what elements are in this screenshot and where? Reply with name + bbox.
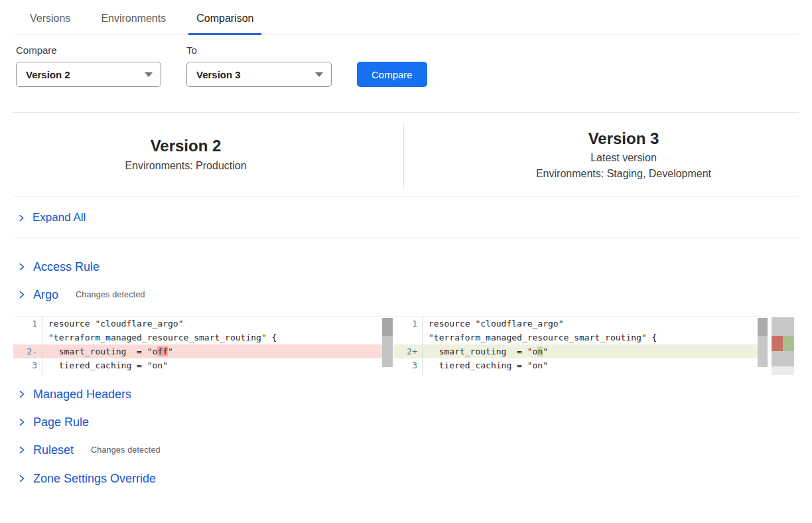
code-text: "terraform_managed_resource_smart_routin… [42,331,277,344]
expand-all-button[interactable]: Expand All [13,196,799,238]
line-number [393,331,423,344]
line-number: 3 [13,358,42,372]
compare-version-select[interactable]: Version 2 [16,62,161,87]
section-label: Managed Headers [33,388,131,402]
line-number [13,331,42,344]
left-version-environments: Environments: Production [125,160,246,172]
code-text: "terraform_managed_resource_smart_routin… [423,331,657,344]
section-argo[interactable]: Argo Changes detected [13,286,799,303]
comparison-page: Versions Environments Comparison Compare… [0,0,812,514]
left-version-header: Version 2 Environments: Production [13,113,358,196]
scrollbar-thumb[interactable] [382,318,393,336]
section-label: Ruleset [33,443,74,457]
line-number: 1 [13,317,42,331]
line-number: 2- [13,344,42,358]
chevron-right-icon [17,262,27,271]
chevron-down-icon [315,72,323,77]
code-pre: smart_routing = "o [429,346,537,356]
right-version-environments: Environments: Staging, Development [536,168,711,180]
to-label: To [186,44,332,56]
code-text: tiered_caching = "on" [423,358,548,372]
code-text: resource "cloudflare_argo" [423,317,564,331]
to-select-value: Version 3 [196,69,241,80]
compare-label: Compare [16,44,161,56]
diff-overview-ruler[interactable] [772,317,794,366]
code-line-wrap: "terraform_managed_resource_smart_routin… [393,331,768,344]
line-number: 1 [393,317,423,331]
line-number: 4 [13,372,42,376]
scrollbar[interactable] [758,318,768,367]
line-number: 3 [393,358,423,372]
code-line: 4} [393,372,768,376]
scrollbar[interactable] [382,318,393,367]
minimap-added-marker [783,336,794,351]
diff-panel-left[interactable]: 1resource "cloudflare_argo" "terraform_m… [13,316,393,376]
left-version-title: Version 2 [151,137,222,155]
code-line: 3 tiered_caching = "on" [393,358,768,372]
code-line-wrap: "terraform_managed_resource_smart_routin… [13,331,393,344]
to-version-select[interactable]: Version 3 [186,62,332,87]
code-text: smart_routing = "on" [423,344,548,358]
section-managed-headers[interactable]: Managed Headers [13,386,799,403]
to-field: To Version 3 [186,44,332,87]
argo-diff-viewer: 1resource "cloudflare_argo" "terraform_m… [13,316,799,376]
code-line: 1resource "cloudflare_argo" [13,317,393,331]
chevron-down-icon [145,72,153,77]
chevron-right-icon [17,417,27,427]
code-pre: smart_routing = "o [48,346,157,356]
vertical-divider [403,123,404,189]
divider [13,238,799,238]
chevron-right-icon [17,290,27,299]
code-line: 1resource "cloudflare_argo" [393,317,768,331]
compare-form: Compare Version 2 To Version 3 Compare [13,44,799,87]
code-post: " [168,346,173,356]
line-number: 4 [393,372,423,376]
changes-detected-badge: Changes detected [76,290,145,299]
chevron-right-icon [17,390,27,399]
changes-detected-badge: Changes detected [91,445,161,455]
code-text: } [423,372,434,376]
code-text: tiered_caching = "on" [42,358,168,372]
section-page-rule[interactable]: Page Rule [13,413,799,431]
code-text: } [42,372,54,376]
minimap-removed-marker [772,336,783,351]
tab-comparison[interactable]: Comparison [188,0,261,35]
code-text: smart_routing = "off" [42,344,173,358]
section-label: Page Rule [33,415,89,429]
diff-panel-right[interactable]: 1resource "cloudflare_argo" "terraform_m… [393,316,768,376]
section-label: Zone Settings Override [33,472,156,486]
chevron-right-icon [17,214,26,222]
code-line-added: 2+ smart_routing = "on" [393,344,768,358]
tab-environments[interactable]: Environments [93,0,174,35]
expand-all-label: Expand All [33,211,86,224]
chevron-right-icon [17,474,27,483]
section-label: Argo [33,288,58,302]
removed-word-highlight: ff [157,346,168,356]
code-post: " [543,346,548,356]
tab-bar: Versions Environments Comparison [13,0,799,35]
right-version-header: Version 3 Latest version Environments: S… [430,113,812,196]
section-zone-settings-override[interactable]: Zone Settings Override [13,470,799,487]
chevron-right-icon [17,445,27,455]
tab-versions[interactable]: Versions [22,0,78,35]
code-line: 4} [13,372,393,376]
minimap-tail [772,366,794,375]
section-label: Access Rule [33,260,100,274]
compare-button[interactable]: Compare [357,62,427,87]
compare-field: Compare Version 2 [16,44,161,87]
compare-select-value: Version 2 [26,69,70,80]
line-number: 2+ [393,344,423,358]
version-headers: Version 2 Environments: Production Versi… [13,113,799,196]
code-line-removed: 2- smart_routing = "off" [13,344,393,358]
section-ruleset[interactable]: Ruleset Changes detected [13,441,799,459]
section-access-rule[interactable]: Access Rule [13,258,799,275]
right-version-title: Version 3 [588,129,659,148]
code-text: resource "cloudflare_argo" [42,317,184,331]
right-version-latest: Latest version [590,152,657,164]
code-line: 3 tiered_caching = "on" [13,358,393,372]
scrollbar-thumb[interactable] [758,318,768,336]
